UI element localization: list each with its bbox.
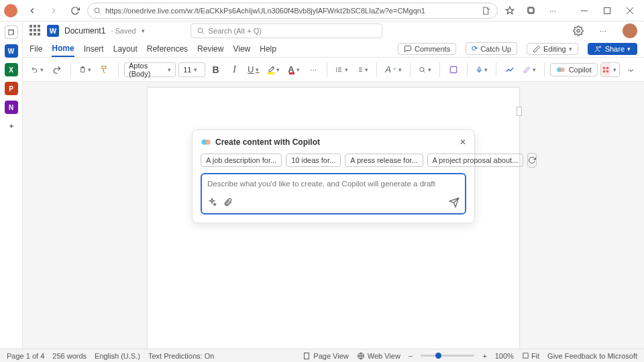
dictate-button[interactable]: ▾ (473, 61, 491, 78)
status-language[interactable]: English (U.S.) (95, 352, 140, 360)
tab-file[interactable]: File (30, 42, 42, 56)
editing-mode-button[interactable]: Editing▾ (527, 43, 578, 55)
svg-rect-28 (603, 66, 605, 68)
browser-more-icon[interactable]: ··· (543, 1, 562, 20)
user-avatar[interactable] (623, 23, 637, 38)
font-size-select[interactable]: 11▾ (178, 62, 205, 77)
copilot-dialog: Create content with Copilot ✕ A job desc… (192, 129, 475, 223)
svg-point-8 (577, 29, 580, 32)
tab-insert[interactable]: Insert (84, 42, 104, 56)
tab-review[interactable]: Review (197, 42, 223, 56)
maximize-button[interactable] (597, 1, 617, 20)
ribbon-collapse-button[interactable]: ⌄ (623, 61, 639, 78)
header-more-icon[interactable]: ··· (600, 26, 606, 36)
settings-gear-icon[interactable] (573, 25, 584, 36)
back-button[interactable] (23, 1, 42, 20)
status-words[interactable]: 256 words (52, 352, 87, 360)
url-text: https://onedrive.live.com/w:/t/EaCKkPs6A… (105, 7, 478, 15)
copilot-button[interactable]: Copilot (550, 63, 598, 76)
svg-rect-36 (523, 353, 528, 358)
svg-point-14 (336, 69, 337, 70)
numbering-button[interactable]: ▾ (354, 61, 372, 78)
tab-home[interactable]: Home (52, 41, 74, 57)
address-bar[interactable]: https://onedrive.live.com/w:/t/EaCKkPs6A… (87, 3, 498, 19)
svg-point-9 (596, 46, 598, 48)
tab-help[interactable]: Help (260, 42, 276, 56)
italic-button[interactable]: I (227, 61, 243, 78)
send-button[interactable] (449, 197, 460, 208)
close-window-button[interactable] (620, 1, 640, 20)
bullets-button[interactable]: ▾ (333, 61, 351, 78)
rewrite-button[interactable]: ▾ (521, 61, 539, 78)
read-aloud-icon[interactable] (482, 6, 492, 15)
rail-word-icon[interactable]: W (5, 44, 18, 58)
svg-rect-4 (604, 7, 610, 13)
web-view-button[interactable]: Web View (357, 352, 400, 360)
feedback-link[interactable]: Give Feedback to Microsoft (547, 352, 637, 360)
tab-layout[interactable]: Layout (113, 42, 138, 56)
font-color-button[interactable]: A▾ (285, 61, 303, 78)
rail-add-icon[interactable]: ＋ (5, 119, 18, 133)
document-name[interactable]: Document1 (64, 26, 105, 36)
app-launcher-icon[interactable] (30, 25, 42, 37)
forward-button[interactable] (44, 1, 63, 20)
rail-excel-icon[interactable]: X (5, 63, 18, 76)
status-page[interactable]: Page 1 of 4 (7, 352, 44, 360)
styles-button[interactable]: A▾ (382, 61, 405, 78)
zoom-level[interactable]: 100% (495, 352, 514, 360)
editor-button[interactable] (502, 61, 518, 78)
highlight-button[interactable]: ▾ (264, 61, 283, 78)
document-canvas[interactable]: Create content with Copilot ✕ A job desc… (23, 82, 644, 349)
refresh-suggestions-button[interactable] (527, 153, 537, 168)
collections-icon[interactable] (522, 1, 541, 20)
paste-button[interactable]: ▾ (76, 61, 95, 78)
suggestion-chip[interactable]: 10 ideas for... (286, 154, 341, 167)
undo-button[interactable]: ▾ (28, 61, 46, 78)
redo-button[interactable] (49, 61, 65, 78)
suggestion-chip[interactable]: A project proposal about... (427, 154, 524, 167)
underline-button[interactable]: U▾ (246, 61, 262, 78)
tab-view[interactable]: View (233, 42, 250, 56)
profile-avatar[interactable] (4, 4, 17, 17)
zoom-slider[interactable] (421, 355, 474, 357)
status-predictions[interactable]: Text Predictions: On (148, 352, 214, 360)
tab-references[interactable]: References (147, 42, 188, 56)
font-family-select[interactable]: Aptos (Body)▾ (124, 62, 176, 77)
font-more-button[interactable]: ··· (305, 61, 321, 78)
copilot-input[interactable]: Describe what you'd like to create, and … (201, 173, 466, 215)
suggestion-chip[interactable]: A job description for... (201, 154, 282, 167)
svg-point-7 (198, 28, 203, 33)
sparkle-icon[interactable] (207, 198, 217, 207)
svg-rect-34 (305, 353, 309, 359)
catch-up-button[interactable]: ⟳Catch Up (466, 42, 517, 55)
search-box[interactable]: Search (Alt + Q) (191, 23, 382, 38)
word-logo-icon: W (47, 25, 59, 37)
find-button[interactable]: ▾ (416, 61, 434, 78)
comments-button[interactable]: Comments (398, 43, 456, 55)
format-painter-button[interactable] (97, 61, 113, 78)
dialog-close-button[interactable]: ✕ (460, 137, 466, 147)
doc-menu-chevron-icon[interactable]: ▾ (142, 27, 145, 34)
dialog-title: Create content with Copilot (215, 137, 320, 147)
zoom-out-button[interactable]: − (409, 352, 413, 360)
designer-button[interactable] (445, 61, 462, 78)
layout-switcher[interactable]: ▾ (600, 62, 620, 77)
attachment-icon[interactable] (223, 198, 233, 207)
copilot-icon (556, 65, 566, 74)
suggestion-chip[interactable]: A press release for... (345, 154, 423, 167)
grid-view-icon[interactable] (601, 63, 610, 76)
canvas-handle-icon[interactable] (517, 107, 522, 116)
minimize-button[interactable] (574, 1, 594, 20)
page[interactable]: Create content with Copilot ✕ A job desc… (147, 87, 520, 349)
rail-onenote-icon[interactable]: N (5, 101, 18, 114)
favorites-icon[interactable] (500, 1, 519, 20)
fit-button[interactable]: Fit (522, 352, 539, 360)
bold-button[interactable]: B (208, 61, 224, 78)
refresh-button[interactable] (66, 1, 85, 20)
rail-home-icon[interactable]: ❐ (5, 25, 18, 39)
svg-point-10 (599, 46, 600, 48)
zoom-in-button[interactable]: + (482, 352, 486, 360)
page-view-button[interactable]: Page View (303, 352, 348, 360)
share-button[interactable]: Share▾ (588, 43, 637, 55)
rail-powerpoint-icon[interactable]: P (5, 82, 18, 95)
